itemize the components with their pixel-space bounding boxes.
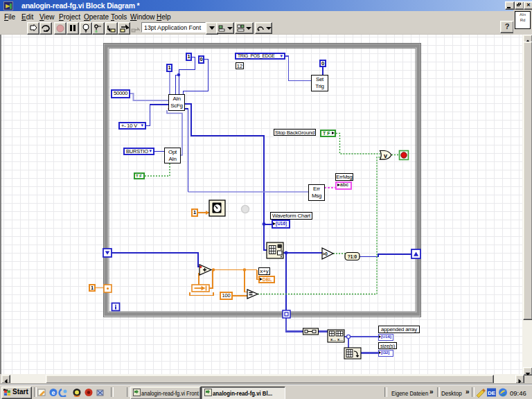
svg-text:e: e — [51, 389, 55, 396]
svg-text:v: v — [384, 152, 387, 159]
svg-text:x…: x… — [330, 337, 337, 342]
svg-text:DE: DE — [488, 390, 496, 396]
svg-text:>0: >0 — [323, 251, 328, 256]
svg-text:?1:0: ?1:0 — [348, 254, 357, 259]
svg-text:x…: x… — [337, 337, 344, 342]
